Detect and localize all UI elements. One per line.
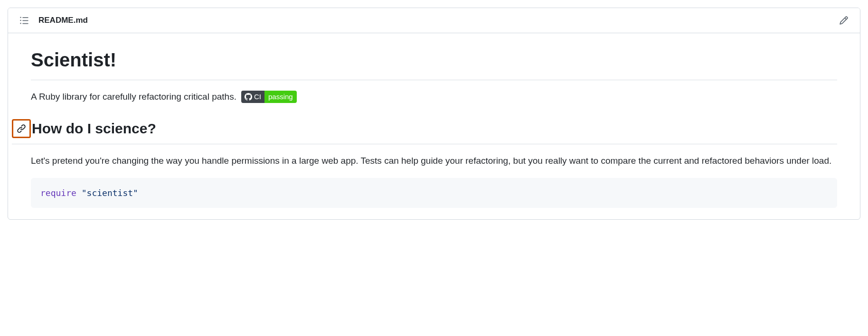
badge-left-text: CI (254, 91, 261, 103)
code-keyword: require (40, 188, 76, 198)
filename[interactable]: README.md (38, 16, 88, 25)
badge-left: CI (241, 91, 264, 103)
readme-body: Scientist! A Ruby library for carefully … (8, 33, 860, 219)
header-left: README.md (18, 14, 88, 27)
readme-header: README.md (8, 8, 860, 33)
paragraph: Let's pretend you're changing the way yo… (31, 154, 837, 168)
badge-right-text: passing (264, 91, 297, 103)
toc-icon[interactable] (18, 14, 31, 27)
description-line: A Ruby library for carefully refactoring… (31, 90, 837, 104)
link-icon (17, 124, 26, 133)
section-heading: How do I science? (32, 117, 156, 140)
code-string: "scientist" (82, 188, 138, 198)
pencil-icon[interactable] (837, 14, 850, 27)
page-title: Scientist! (31, 45, 837, 80)
code-block: require "scientist" (31, 178, 837, 208)
description-text: A Ruby library for carefully refactoring… (31, 90, 236, 104)
github-icon (245, 93, 252, 101)
ci-badge[interactable]: CI passing (241, 91, 297, 103)
readme-container: README.md Scientist! A Ruby library for … (8, 8, 860, 220)
h2-section: How do I science? (12, 117, 837, 144)
anchor-link[interactable] (12, 119, 31, 138)
